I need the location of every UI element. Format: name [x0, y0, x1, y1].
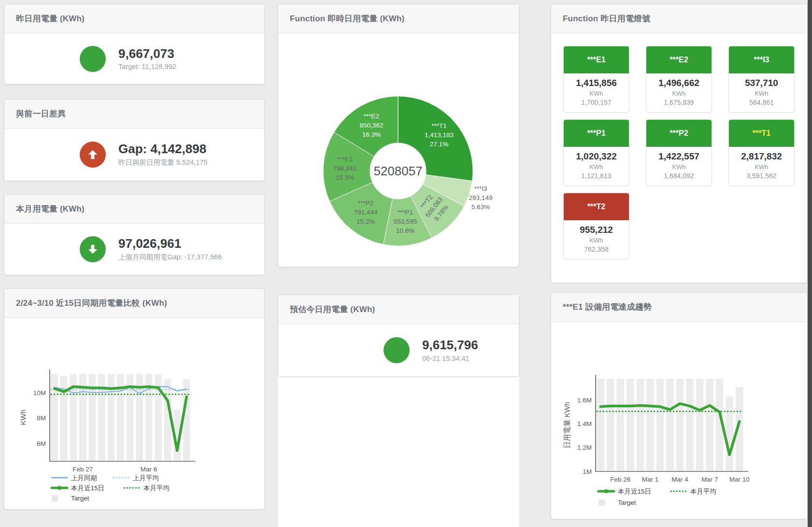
svg-text:553,595: 553,595	[394, 218, 417, 225]
target-bar	[706, 379, 713, 471]
stat-subtext: 06-21 15:34:41	[422, 355, 478, 362]
x-tick-label: Mar 4	[671, 476, 688, 483]
svg-text:***E1: ***E1	[337, 156, 353, 163]
svg-text:***T1: ***T1	[431, 122, 447, 129]
legend-swatch	[598, 499, 605, 506]
card-title: Function 昨日用電燈號	[563, 13, 650, 24]
target-bar	[617, 379, 625, 471]
donut-center-total: 5208057	[373, 164, 422, 178]
card-realtime-donut: Function 即時日用電量 (KWh) ***T11,413,18327.1…	[278, 4, 519, 267]
tile-unit: KWh	[648, 163, 710, 171]
y-tick-label: 1.4M	[577, 420, 592, 427]
tile-body: 1,415,856KWh1,700,157	[564, 73, 629, 112]
legend-line-marker	[604, 489, 608, 493]
y-tick-label: 1M	[583, 468, 592, 475]
legend-item[interactable]: 上月同期	[52, 474, 97, 482]
tile-target-value: 1,700,157	[566, 99, 627, 106]
stat-body: Gap: 4,142,898 昨日與前日用電量 5,524,175	[4, 128, 264, 181]
tile-header: ***P2	[646, 120, 712, 147]
tile-value: 1,496,662	[648, 78, 710, 88]
legend-item[interactable]: Target	[52, 495, 89, 502]
stat-text: 9,667,073 Target: 11,128,992	[118, 47, 176, 71]
tile-value: 955,212	[566, 225, 627, 235]
compare-15day-chart[interactable]: 6M8M10MFeb 27Mar 6KWh上月同期上月平均本月近15日本月平均T…	[4, 318, 264, 509]
legend-label: 上月同期	[71, 474, 97, 482]
legend-label: 上月平均	[133, 474, 159, 482]
x-tick-label: Mar 1	[642, 476, 659, 483]
light-tile[interactable]: ***T2955,212KWh762,358	[563, 193, 629, 259]
tile-value: 537,710	[731, 78, 792, 88]
light-tile[interactable]: ***P11,020,322KWh1,121,613	[563, 119, 629, 186]
legend-label: 本月平均	[143, 484, 170, 492]
e1-trend-chart[interactable]: 1M1.2M1.4M1.6MFeb 26Mar 1Mar 4Mar 7Mar 1…	[551, 322, 807, 519]
legend-item[interactable]: 本月平均	[124, 484, 170, 492]
legend-label: Target	[618, 499, 636, 506]
target-bar	[597, 379, 605, 471]
stat-text: 97,026,961 上個月同期用電Gap: -17,377,566	[118, 237, 222, 262]
svg-text:15.2%: 15.2%	[356, 218, 375, 225]
card-title: 與前一日差異	[16, 108, 66, 119]
legend-item[interactable]: 上月平均	[114, 474, 159, 482]
target-bar	[627, 379, 634, 471]
function-usage-donut-chart[interactable]: ***T11,413,18327.1%***I3293,1495.63%***T…	[278, 33, 519, 267]
target-bar	[676, 379, 684, 471]
target-bar	[686, 379, 694, 471]
light-tile[interactable]: ***T12,817,832KWh3,591,562	[728, 119, 795, 186]
light-tile[interactable]: ***P21,422,557KWh1,684,092	[646, 119, 712, 186]
legend-item[interactable]: 本月近15日	[598, 488, 651, 495]
x-tick-label: Feb 27	[72, 466, 93, 473]
tile-target-value: 762,358	[566, 245, 627, 253]
tile-value: 1,020,322	[566, 151, 627, 162]
legend-item[interactable]: 本月近15日	[52, 484, 104, 492]
y-axis-label: 日用電量 KWh	[563, 402, 571, 449]
tile-header: ***E1	[564, 46, 629, 73]
svg-text:***P1: ***P1	[398, 209, 413, 216]
tile-body: 2,817,832KWh3,591,562	[729, 147, 794, 185]
card-title: 昨日用電量 (KWh)	[16, 13, 85, 24]
card-prev-day-gap: 與前一日差異 Gap: 4,142,898 昨日與前日用電量 5,524,175	[4, 99, 265, 181]
card-lights-panel: Function 昨日用電燈號 ***E11,415,856KWh1,700,1…	[551, 4, 808, 283]
card-header: 與前一日差異	[4, 100, 264, 128]
x-tick-label: Mar 10	[729, 476, 750, 483]
legend-item[interactable]: Target	[598, 499, 636, 506]
light-tile[interactable]: ***E11,415,856KWh1,700,157	[563, 46, 629, 113]
y-tick-label: 8M	[37, 414, 46, 422]
legend-swatch	[52, 495, 58, 501]
svg-text:798,241: 798,241	[333, 165, 357, 172]
light-tile[interactable]: ***E21,496,662KWh1,675,939	[646, 46, 712, 113]
card-e1-trend-chart: ***E1 設備用電達成趨勢 1M1.2M1.4M1.6MFeb 26Mar 1…	[551, 292, 808, 519]
tile-value: 2,817,832	[731, 151, 792, 162]
stat-body: 9,615,796 06-21 15:34:41	[278, 324, 519, 376]
card-header: 昨日用電量 (KWh)	[4, 4, 264, 33]
tile-unit: KWh	[731, 163, 792, 171]
svg-text:15.3%: 15.3%	[336, 174, 354, 181]
target-bar	[637, 379, 644, 471]
card-header: Function 昨日用電燈號	[551, 4, 807, 33]
stat-subtext: 昨日與前日用電量 5,524,175	[118, 158, 208, 167]
svg-text:***I3: ***I3	[474, 185, 487, 192]
target-bar	[607, 379, 614, 471]
tile-header: ***I3	[729, 46, 794, 73]
card-title: 2/24~3/10 近15日同期用電量比較 (KWh)	[16, 298, 167, 309]
donut-slice-label: ***I3293,1495.63%	[469, 185, 493, 211]
light-tile[interactable]: ***I3537,710KWh584,861	[728, 46, 795, 113]
y-tick-label: 1.2M	[577, 444, 592, 451]
card-header: 預估今日用電量 (KWh)	[278, 295, 519, 324]
legend-item[interactable]: 本月平均	[671, 488, 716, 495]
card-title: Function 即時日用電量 (KWh)	[290, 13, 404, 24]
target-bar	[183, 379, 190, 461]
tile-body: 1,496,662KWh1,675,939	[646, 73, 712, 112]
tile-target-value: 1,684,092	[648, 172, 710, 180]
svg-text:***P2: ***P2	[358, 199, 373, 207]
legend-label: 本月近15日	[71, 484, 104, 492]
status-circle-icon	[80, 46, 106, 72]
scrollbar[interactable]	[808, 0, 812, 527]
y-tick-label: 10M	[33, 389, 46, 397]
tile-target-value: 584,861	[731, 99, 792, 106]
svg-text:791,444: 791,444	[354, 209, 378, 216]
stat-value: 9,667,073	[118, 47, 176, 61]
y-axis-label: KWh	[19, 410, 27, 426]
stat-subtext: Target: 11,128,992	[118, 63, 176, 71]
tile-body: 955,212KWh762,358	[564, 220, 629, 259]
target-bar	[646, 379, 654, 471]
